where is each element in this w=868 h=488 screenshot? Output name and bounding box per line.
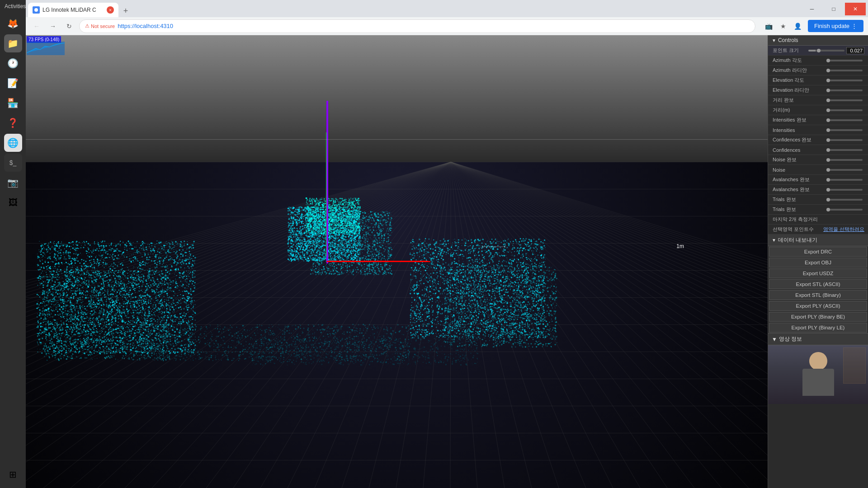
control-row-noise: Noise bbox=[768, 165, 868, 175]
sidebar-icon-office[interactable]: 📝 bbox=[4, 74, 22, 92]
elevation-angle-slider[interactable] bbox=[826, 80, 863, 81]
new-tab-button[interactable]: + bbox=[119, 5, 132, 17]
control-row-confidences-walk: Confidences 완보 bbox=[768, 135, 868, 145]
minimize-button[interactable]: ─ bbox=[802, 3, 822, 15]
elevation-radian-slider[interactable] bbox=[826, 89, 863, 91]
sidebar-icon-photos[interactable]: 🖼 bbox=[4, 193, 22, 211]
export-section-header[interactable]: ▼ 데이터 내보내기 bbox=[768, 235, 868, 246]
maximize-button[interactable]: □ bbox=[823, 3, 844, 15]
sidebar-icon-help[interactable]: ❓ bbox=[4, 114, 22, 132]
fps-graph bbox=[27, 42, 65, 55]
sidebar-icon-capture[interactable]: 📷 bbox=[4, 174, 22, 192]
finish-update-button[interactable]: Finish update ⋮ bbox=[808, 20, 863, 32]
region-points-label: 선택영역 포인트수 bbox=[773, 226, 823, 233]
sidebar: 🦊 📁 🕐 📝 🏪 ❓ 🌐 $_ 📷 🖼 ⊞ bbox=[0, 12, 26, 488]
control-row-trials: Trials 완보 bbox=[768, 205, 868, 215]
sidebar-icon-software[interactable]: 🏪 bbox=[4, 94, 22, 112]
avalanches-walk-slider[interactable] bbox=[826, 179, 863, 181]
azimuth-angle-label: Azimuth 각도 bbox=[773, 57, 826, 64]
azimuth-radian-slider[interactable] bbox=[826, 70, 863, 71]
url-text: https://localhost:4310 bbox=[118, 23, 173, 29]
avalanches-label: Avalanches 완보 bbox=[773, 186, 826, 193]
right-panel: ▼ Controls 포인트 크기 Azimuth 각도 Azimuth 라디안… bbox=[768, 35, 868, 488]
control-row-noise-walk: Noise 완보 bbox=[768, 155, 868, 165]
confidences-walk-slider[interactable] bbox=[826, 139, 863, 141]
export-ply-binary-le-button[interactable]: Export PLY (Binary LE) bbox=[769, 323, 867, 333]
control-row-last-measure: 마지막 2개 측정거리 bbox=[768, 215, 868, 225]
export-ply-binary-be-button[interactable]: Export PLY (Binary BE) bbox=[769, 312, 867, 322]
activities-label[interactable]: Activities bbox=[5, 3, 26, 9]
video-preview bbox=[768, 345, 868, 404]
azimuth-radian-label: Azimuth 라디안 bbox=[773, 67, 826, 74]
export-stl-ascii-button[interactable]: Export STL (ASCII) bbox=[769, 279, 867, 289]
export-stl-binary-button[interactable]: Export STL (Binary) bbox=[769, 290, 867, 300]
confidences-walk-label: Confidences 완보 bbox=[773, 136, 826, 143]
window-controls: ─ □ ✕ bbox=[802, 3, 866, 17]
axis-red bbox=[326, 261, 430, 262]
control-row-distance-walk: 거리 완보 bbox=[768, 95, 868, 105]
control-row-confidences: Confidences bbox=[768, 145, 868, 155]
azimuth-angle-slider[interactable] bbox=[826, 60, 863, 61]
control-row-azimuth-angle: Azimuth 각도 bbox=[768, 56, 868, 66]
sidebar-icon-firefox[interactable]: 🦊 bbox=[4, 14, 22, 33]
intensities-label: Intensities bbox=[773, 127, 826, 133]
sidebar-icon-terminal[interactable]: $_ bbox=[4, 154, 22, 172]
trials-label: Trials 완보 bbox=[773, 206, 826, 213]
tab-close-button[interactable]: × bbox=[107, 6, 114, 14]
distance-walk-slider[interactable] bbox=[826, 99, 863, 101]
forward-button[interactable]: → bbox=[47, 20, 59, 33]
export-buttons-container: Export DRC Export OBJ Export USDZ Export… bbox=[768, 246, 868, 333]
controls-section-label: Controls bbox=[778, 37, 798, 43]
control-row-distance-m: 거리(m) bbox=[768, 105, 868, 115]
cast-icon[interactable]: 📺 bbox=[763, 20, 775, 33]
reload-button[interactable]: ↻ bbox=[63, 20, 75, 33]
trials-slider2[interactable] bbox=[826, 209, 863, 211]
sidebar-icon-files[interactable]: 📁 bbox=[4, 34, 22, 52]
confidences-slider[interactable] bbox=[826, 149, 863, 151]
url-bar[interactable]: ⚠ Not secure https://localhost:4310 bbox=[79, 19, 755, 33]
control-row-elevation-radian: Elevation 라디안 bbox=[768, 85, 868, 95]
noise-label: Noise bbox=[773, 167, 826, 173]
point-size-label: 포인트 크기 bbox=[773, 47, 808, 54]
control-row-avalanches: Avalanches 완보 bbox=[768, 185, 868, 195]
intensities-slider[interactable] bbox=[826, 129, 863, 131]
chrome-window: LG Innotek MLiDAR C × + ─ □ ✕ ← → ↻ ⚠ No… bbox=[26, 0, 868, 488]
back-button[interactable]: ← bbox=[30, 20, 43, 33]
tab-title: LG Innotek MLiDAR C bbox=[42, 7, 104, 13]
noise-slider[interactable] bbox=[826, 169, 863, 171]
webcam-bg bbox=[768, 345, 868, 404]
tab-favicon bbox=[33, 6, 40, 14]
profile-icon[interactable]: 👤 bbox=[792, 20, 804, 33]
point-size-input[interactable] bbox=[846, 47, 864, 54]
sidebar-icon-clock[interactable]: 🕐 bbox=[4, 54, 22, 72]
export-ply-ascii-button[interactable]: Export PLY (ASCII) bbox=[769, 301, 867, 311]
export-obj-button[interactable]: Export OBJ bbox=[769, 258, 867, 267]
close-button[interactable]: ✕ bbox=[845, 3, 866, 15]
export-usdz-button[interactable]: Export USDZ bbox=[769, 268, 867, 278]
video-chevron-icon: ▼ bbox=[772, 336, 777, 343]
avalanches-slider2[interactable] bbox=[826, 189, 863, 191]
control-row-trials-walk: Trials 완보 bbox=[768, 195, 868, 205]
control-row-region-points: 선택영역 포인트수 영역을 선택하려요 bbox=[768, 225, 868, 235]
tab-bar: LG Innotek MLiDAR C × + ─ □ ✕ bbox=[26, 0, 868, 17]
sidebar-icon-chrome[interactable]: 🌐 bbox=[4, 134, 22, 152]
axis-purple bbox=[326, 101, 327, 263]
video-section-label: 영상 정보 bbox=[779, 335, 802, 343]
point-size-slider[interactable] bbox=[808, 50, 844, 52]
trials-walk-slider[interactable] bbox=[826, 199, 863, 201]
bookmark-icon[interactable]: ★ bbox=[777, 20, 790, 33]
active-tab[interactable]: LG Innotek MLiDAR C × bbox=[28, 3, 118, 17]
noise-walk-slider[interactable] bbox=[826, 159, 863, 161]
3d-viewer[interactable]: 73 FPS (0-148) 1m bbox=[26, 35, 768, 488]
intensities-walk-slider[interactable] bbox=[826, 119, 863, 121]
address-bar: ← → ↻ ⚠ Not secure https://localhost:431… bbox=[26, 17, 868, 35]
sidebar-icon-apps[interactable]: ⊞ bbox=[4, 465, 22, 483]
distance-m-slider[interactable] bbox=[826, 109, 863, 111]
export-chevron-icon: ▼ bbox=[772, 238, 776, 243]
export-drc-button[interactable]: Export DRC bbox=[769, 247, 867, 257]
controls-section-header[interactable]: ▼ Controls bbox=[768, 35, 868, 46]
region-select-link[interactable]: 영역을 선택하려요 bbox=[823, 226, 864, 233]
menu-dots-icon: ⋮ bbox=[851, 23, 857, 29]
control-row-elevation-angle: Elevation 각도 bbox=[768, 75, 868, 85]
video-section-header[interactable]: ▼ 영상 정보 bbox=[768, 333, 868, 345]
